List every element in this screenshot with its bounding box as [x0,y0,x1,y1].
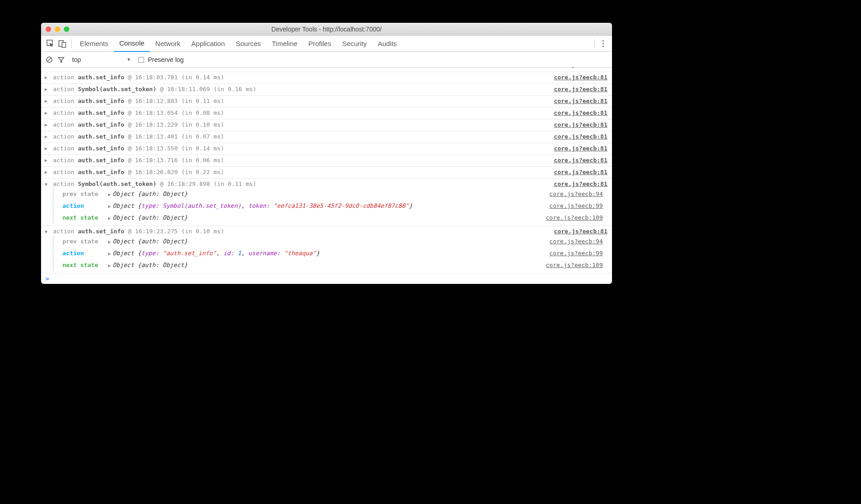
disclosure-closed-icon[interactable]: ▶ [45,75,50,80]
source-link[interactable]: core.js?eecb:99 [550,250,603,257]
source-link[interactable]: core.js?eecb:99 [550,202,603,209]
duration: (in 0.07 ms) [182,133,224,140]
action-name: Symbol(auth.set_token) [78,86,156,93]
source-link[interactable]: core.js?eecb:94 [550,190,603,197]
action-name: auth.set_info [78,74,124,81]
timestamp: @ 16:18:13.054 [128,109,178,116]
action-name: auth.set_info [78,121,124,128]
object-preview: Object {type: Symbol(auth.set_token), to… [113,202,412,209]
disclosure-closed-icon[interactable]: ▶ [45,87,50,92]
disclosure-closed-icon[interactable]: ▶ [108,239,111,244]
action-keyword: action [53,121,74,128]
next-state-row[interactable]: next state ▶ Object {auth: Object} core.… [53,212,607,224]
action-keyword: action [53,74,74,81]
action-name: auth.set_info [78,157,124,164]
source-link[interactable]: core.js?eecb:81 [554,67,607,68]
action-name: auth.set_info [78,145,124,152]
window-title: Developer Tools - http://localhost:7000/ [41,26,612,33]
duration: (in 0.06 ms) [182,157,224,164]
execution-context-select[interactable]: top ▼ [69,55,134,64]
prev-state-row[interactable]: prev state ▶ Object {auth: Object} core.… [53,236,607,247]
disclosure-closed-icon[interactable]: ▶ [45,146,50,151]
log-row-truncated: core.js?eecb:81 [41,67,612,72]
log-row[interactable]: ▶action auth.set_info @ 16:18:13.229 (in… [41,119,612,131]
duration: (in 0.10 ms) [182,228,224,235]
source-link[interactable]: core.js?eecb:81 [554,109,607,116]
tab-audits[interactable]: Audits [372,36,402,52]
source-link[interactable]: core.js?eecb:81 [554,86,607,93]
inspect-element-icon[interactable] [45,38,57,50]
tab-profiles[interactable]: Profiles [303,36,337,52]
log-row[interactable]: ▶action auth.set_info @ 16:18:13.550 (in… [41,143,612,155]
action-name: Symbol(auth.set_token) [78,180,156,187]
disclosure-closed-icon[interactable]: ▶ [45,122,50,127]
disclosure-open-icon[interactable]: ▼ [45,182,50,187]
disclosure-open-icon[interactable]: ▼ [45,229,50,234]
action-name: auth.set_info [78,109,124,116]
source-link[interactable]: core.js?eecb:81 [554,74,607,81]
log-row[interactable]: ▶action auth.set_info @ 16:18:26.820 (in… [41,167,612,179]
source-link[interactable]: core.js?eecb:109 [546,214,603,221]
disclosure-closed-icon[interactable]: ▶ [45,170,50,175]
log-row[interactable]: ▶action auth.set_info @ 16:18:13.716 (in… [41,155,612,167]
log-row-expanded[interactable]: ▼ action auth.set_info @ 16:19:23.275 (i… [41,226,612,273]
device-toggle-icon[interactable] [57,38,68,50]
tab-sources[interactable]: Sources [230,36,266,52]
source-link[interactable]: core.js?eecb:81 [554,145,607,152]
source-link[interactable]: core.js?eecb:81 [554,228,607,235]
log-row[interactable]: ▶action auth.set_info @ 16:18:03.781 (in… [41,72,612,84]
next-state-row[interactable]: next state ▶ Object {auth: Object} core.… [53,259,607,271]
log-row[interactable]: ▶action auth.set_info @ 16:18:12.883 (in… [41,96,612,108]
object-preview: Object {type: "auth.set_info", id: 1, us… [113,250,320,257]
source-link[interactable]: core.js?eecb:81 [554,169,607,175]
disclosure-closed-icon[interactable]: ▶ [45,134,50,139]
disclosure-closed-icon[interactable]: ▶ [108,204,111,209]
prompt-icon: > [46,275,49,282]
disclosure-closed-icon[interactable]: ▶ [45,158,50,163]
traffic-lights [41,26,69,32]
source-link[interactable]: core.js?eecb:81 [554,98,607,104]
disclosure-closed-icon[interactable]: ▶ [45,98,50,103]
log-row[interactable]: ▶action Symbol(auth.set_token) @ 16:18:1… [41,84,612,96]
preserve-log-label[interactable]: Preserve log [138,56,183,63]
prev-state-row[interactable]: prev state ▶ Object {auth: Object} core.… [53,188,607,200]
duration: (in 0.10 ms) [182,121,224,128]
disclosure-closed-icon[interactable]: ▶ [108,251,111,256]
svg-rect-2 [62,42,66,47]
console-prompt[interactable]: > [41,273,612,284]
close-window-button[interactable] [46,26,51,32]
tab-security[interactable]: Security [337,36,372,52]
minimize-window-button[interactable] [55,26,60,32]
action-label: action [62,202,108,209]
timestamp: @ 16:18:29.898 [160,180,210,187]
action-detail-row[interactable]: action ▶ Object {type: Symbol(auth.set_t… [53,200,607,212]
disclosure-closed-icon[interactable]: ▶ [108,192,111,197]
disclosure-closed-icon[interactable]: ▶ [108,216,111,221]
tab-timeline[interactable]: Timeline [266,36,303,52]
tab-elements[interactable]: Elements [74,36,114,52]
log-row[interactable]: ▶action auth.set_info @ 16:18:13.401 (in… [41,131,612,143]
preserve-log-checkbox[interactable] [138,57,144,63]
console-output: core.js?eecb:81 ▶action auth.set_info @ … [41,67,612,284]
maximize-window-button[interactable] [64,26,69,32]
log-row-expanded[interactable]: ▼ action Symbol(auth.set_token) @ 16:18:… [41,179,612,226]
more-menu-icon[interactable] [597,40,608,47]
source-link[interactable]: core.js?eecb:81 [554,133,607,140]
tab-application[interactable]: Application [186,36,230,52]
source-link[interactable]: core.js?eecb:81 [554,157,607,164]
tab-console[interactable]: Console [114,36,150,52]
disclosure-closed-icon[interactable]: ▶ [45,110,50,115]
clear-console-icon[interactable] [46,56,53,63]
source-link[interactable]: core.js?eecb:81 [554,121,607,128]
source-link[interactable]: core.js?eecb:109 [546,262,603,268]
timestamp: @ 16:18:03.781 [128,74,178,81]
source-link[interactable]: core.js?eecb:81 [554,180,607,187]
log-row[interactable]: ▶action auth.set_info @ 16:18:13.054 (in… [41,108,612,119]
action-keyword: action [53,109,74,116]
action-name: auth.set_info [78,133,124,140]
tab-network[interactable]: Network [150,36,186,52]
action-detail-row[interactable]: action ▶ Object {type: "auth.set_info", … [53,247,607,259]
filter-icon[interactable] [57,56,65,63]
disclosure-closed-icon[interactable]: ▶ [108,263,111,268]
source-link[interactable]: core.js?eecb:94 [550,238,603,245]
